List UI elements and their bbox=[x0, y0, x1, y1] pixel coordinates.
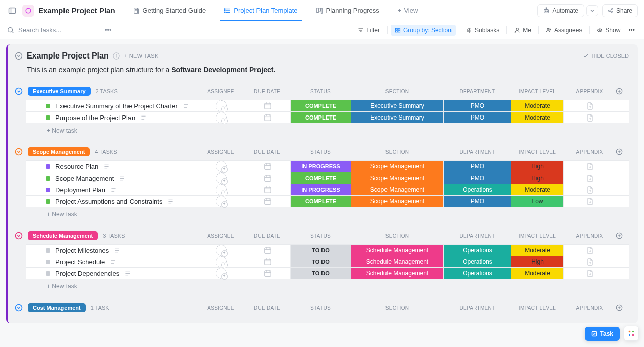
assignee-cell[interactable] bbox=[198, 112, 244, 123]
add-assignee-icon[interactable] bbox=[216, 268, 227, 279]
show-button[interactable]: Show bbox=[593, 25, 624, 36]
description-icon[interactable] bbox=[114, 247, 120, 254]
impact-cell[interactable]: Moderate bbox=[511, 112, 563, 123]
section-cell[interactable]: Scope Management bbox=[351, 161, 443, 172]
due-date-cell[interactable] bbox=[244, 196, 290, 207]
task-row[interactable]: Project Assumptions and ConstraintsCOMPL… bbox=[26, 195, 629, 207]
impact-cell[interactable]: Low bbox=[511, 196, 563, 207]
impact-cell[interactable]: High bbox=[511, 256, 563, 267]
group-by-button[interactable]: Group by: Section bbox=[391, 25, 456, 36]
status-cell[interactable]: COMPLETE bbox=[290, 172, 351, 184]
due-date-cell[interactable] bbox=[244, 245, 290, 256]
add-assignee-icon[interactable] bbox=[216, 100, 227, 111]
impact-cell[interactable]: High bbox=[511, 161, 563, 172]
add-assignee-icon[interactable] bbox=[216, 184, 227, 195]
add-assignee-icon[interactable] bbox=[216, 245, 227, 256]
new-task-row-button[interactable]: + New task bbox=[26, 207, 629, 218]
task-row[interactable]: Project DependenciesTO DOSchedule Manage… bbox=[26, 267, 629, 279]
department-cell[interactable]: Operations bbox=[443, 268, 511, 279]
search-input[interactable] bbox=[18, 26, 99, 34]
impact-cell[interactable]: Moderate bbox=[511, 100, 563, 111]
new-task-row-button[interactable]: + New task bbox=[26, 123, 629, 134]
due-date-cell[interactable] bbox=[244, 268, 290, 279]
chevron-down-icon[interactable] bbox=[15, 87, 23, 95]
section-pill[interactable]: Executive Summary bbox=[28, 87, 91, 96]
chevron-down-icon[interactable] bbox=[15, 148, 23, 156]
due-date-cell[interactable] bbox=[244, 172, 290, 184]
status-cell[interactable]: TO DO bbox=[290, 268, 351, 279]
appendix-cell[interactable] bbox=[563, 172, 616, 184]
assignee-cell[interactable] bbox=[198, 245, 244, 256]
section-cell[interactable]: Executive Summary bbox=[351, 112, 443, 123]
department-cell[interactable]: Operations bbox=[443, 245, 511, 256]
department-cell[interactable]: PMO bbox=[443, 161, 511, 172]
appendix-cell[interactable] bbox=[563, 184, 616, 195]
task-row[interactable]: Resource PlanIN PROGRESSScope Management… bbox=[26, 160, 629, 172]
status-cell[interactable]: COMPLETE bbox=[290, 112, 351, 123]
automate-button[interactable]: Automate bbox=[537, 4, 584, 17]
add-assignee-icon[interactable] bbox=[216, 196, 227, 207]
assignee-cell[interactable] bbox=[198, 100, 244, 111]
filter-button[interactable]: Filter bbox=[354, 25, 384, 36]
section-cell[interactable]: Scope Management bbox=[351, 196, 443, 207]
add-view-button[interactable]: + View bbox=[391, 7, 425, 14]
appendix-cell[interactable] bbox=[563, 268, 616, 279]
automate-dropdown[interactable] bbox=[586, 5, 598, 16]
task-row[interactable]: Project MilestonesTO DOSchedule Manageme… bbox=[26, 244, 629, 256]
add-column-icon[interactable] bbox=[616, 232, 629, 239]
add-assignee-icon[interactable] bbox=[216, 256, 227, 267]
subtasks-button[interactable]: Subtasks bbox=[462, 25, 503, 36]
due-date-cell[interactable] bbox=[244, 256, 290, 267]
chevron-down-icon[interactable] bbox=[15, 304, 23, 312]
department-cell[interactable]: PMO bbox=[443, 196, 511, 207]
department-cell[interactable]: PMO bbox=[443, 172, 511, 184]
assignee-cell[interactable] bbox=[198, 184, 244, 195]
appendix-cell[interactable] bbox=[563, 245, 616, 256]
appendix-cell[interactable] bbox=[563, 100, 616, 111]
chevron-down-icon[interactable] bbox=[15, 232, 23, 240]
status-cell[interactable]: COMPLETE bbox=[290, 100, 351, 111]
assignee-cell[interactable] bbox=[198, 196, 244, 207]
assignee-cell[interactable] bbox=[198, 256, 244, 267]
appendix-cell[interactable] bbox=[563, 196, 616, 207]
new-task-floating-button[interactable]: Task bbox=[585, 327, 620, 341]
description-icon[interactable] bbox=[110, 187, 117, 193]
description-icon[interactable] bbox=[167, 198, 174, 205]
tab-project-plan-template[interactable]: Project Plan Template bbox=[217, 0, 304, 21]
department-cell[interactable]: Operations bbox=[443, 256, 511, 267]
due-date-cell[interactable] bbox=[244, 100, 290, 111]
department-cell[interactable]: PMO bbox=[443, 100, 511, 111]
department-cell[interactable]: PMO bbox=[443, 112, 511, 123]
section-cell[interactable]: Schedule Management bbox=[351, 268, 443, 279]
add-assignee-icon[interactable] bbox=[216, 172, 227, 184]
section-cell[interactable]: Executive Summary bbox=[351, 100, 443, 111]
due-date-cell[interactable] bbox=[244, 161, 290, 172]
toolbar-more-icon[interactable]: ••• bbox=[626, 25, 637, 36]
task-row[interactable]: Scope ManagementCOMPLETEScope Management… bbox=[26, 172, 629, 184]
new-task-row-button[interactable]: + New task bbox=[26, 279, 629, 290]
assignee-cell[interactable] bbox=[198, 268, 244, 279]
due-date-cell[interactable] bbox=[244, 184, 290, 195]
due-date-cell[interactable] bbox=[244, 112, 290, 123]
section-cell[interactable]: Scope Management bbox=[351, 172, 443, 184]
tab-planning-progress[interactable]: Planning Progress bbox=[309, 0, 387, 21]
impact-cell[interactable]: Moderate bbox=[511, 245, 563, 256]
description-icon[interactable] bbox=[103, 163, 110, 170]
appendix-cell[interactable] bbox=[563, 256, 616, 267]
description-icon[interactable] bbox=[110, 259, 116, 265]
description-icon[interactable] bbox=[183, 103, 189, 109]
impact-cell[interactable]: Moderate bbox=[511, 268, 563, 279]
apps-floating-button[interactable] bbox=[624, 326, 639, 341]
task-row[interactable]: Project ScheduleTO DOSchedule Management… bbox=[26, 256, 629, 267]
assignees-button[interactable]: Assignees bbox=[542, 25, 586, 36]
add-column-icon[interactable] bbox=[616, 148, 629, 155]
description-icon[interactable] bbox=[124, 270, 131, 277]
hide-closed-button[interactable]: HIDE CLOSED bbox=[583, 53, 629, 59]
description-icon[interactable] bbox=[140, 114, 147, 121]
add-column-icon[interactable] bbox=[616, 88, 629, 95]
collapse-icon[interactable] bbox=[15, 52, 23, 60]
appendix-cell[interactable] bbox=[563, 161, 616, 172]
add-assignee-icon[interactable] bbox=[216, 112, 227, 123]
section-cell[interactable]: Scope Management bbox=[351, 184, 443, 195]
task-row[interactable]: Executive Summary of the Project Charter… bbox=[26, 100, 629, 111]
